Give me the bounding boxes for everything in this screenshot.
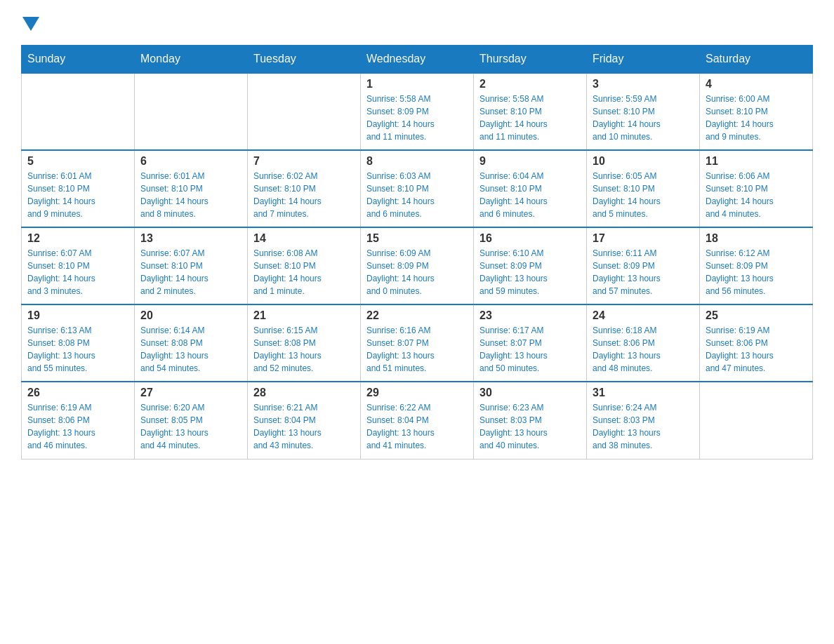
calendar-week-row: 19Sunrise: 6:13 AM Sunset: 8:08 PM Dayli… [22,304,813,382]
day-info: Sunrise: 6:02 AM Sunset: 8:10 PM Dayligh… [253,170,355,220]
day-number: 5 [27,155,128,168]
calendar-cell: 4Sunrise: 6:00 AM Sunset: 8:10 PM Daylig… [700,73,813,150]
day-number: 27 [140,387,241,399]
calendar-table: Sunday Monday Tuesday Wednesday Thursday… [21,45,813,459]
calendar-cell: 20Sunrise: 6:14 AM Sunset: 8:08 PM Dayli… [135,304,248,382]
day-number: 26 [27,387,128,399]
day-info: Sunrise: 5:58 AM Sunset: 8:10 PM Dayligh… [479,93,581,143]
page-header [21,14,813,31]
calendar-cell: 25Sunrise: 6:19 AM Sunset: 8:06 PM Dayli… [700,304,813,382]
day-info: Sunrise: 6:22 AM Sunset: 8:04 PM Dayligh… [366,401,468,452]
day-number: 8 [366,155,468,168]
calendar-cell: 30Sunrise: 6:23 AM Sunset: 8:03 PM Dayli… [474,382,587,459]
day-number: 21 [253,309,355,322]
calendar-cell: 1Sunrise: 5:58 AM Sunset: 8:09 PM Daylig… [361,73,474,150]
day-info: Sunrise: 6:05 AM Sunset: 8:10 PM Dayligh… [593,170,694,220]
day-number: 25 [706,309,807,322]
calendar-cell [248,73,361,150]
calendar-cell: 22Sunrise: 6:16 AM Sunset: 8:07 PM Dayli… [361,304,474,382]
calendar-cell: 16Sunrise: 6:10 AM Sunset: 8:09 PM Dayli… [474,227,587,304]
day-info: Sunrise: 6:01 AM Sunset: 8:10 PM Dayligh… [27,170,128,220]
calendar-cell: 12Sunrise: 6:07 AM Sunset: 8:10 PM Dayli… [22,227,135,304]
day-number: 20 [140,309,241,322]
day-number: 18 [706,232,807,245]
day-number: 1 [366,78,468,90]
calendar-cell: 24Sunrise: 6:18 AM Sunset: 8:06 PM Dayli… [587,304,700,382]
calendar-cell: 27Sunrise: 6:20 AM Sunset: 8:05 PM Dayli… [135,382,248,459]
calendar-cell: 29Sunrise: 6:22 AM Sunset: 8:04 PM Dayli… [361,382,474,459]
day-number: 14 [253,232,355,245]
day-number: 13 [140,232,241,245]
calendar-header-row: Sunday Monday Tuesday Wednesday Thursday… [22,46,813,74]
day-info: Sunrise: 6:18 AM Sunset: 8:06 PM Dayligh… [593,324,694,375]
day-info: Sunrise: 6:04 AM Sunset: 8:10 PM Dayligh… [479,170,581,220]
calendar-cell: 31Sunrise: 6:24 AM Sunset: 8:03 PM Dayli… [587,382,700,459]
calendar-cell: 17Sunrise: 6:11 AM Sunset: 8:09 PM Dayli… [587,227,700,304]
logo [21,14,39,31]
day-number: 22 [366,309,468,322]
day-info: Sunrise: 6:11 AM Sunset: 8:09 PM Dayligh… [593,247,694,297]
day-number: 12 [27,232,128,245]
col-saturday: Saturday [700,46,813,74]
calendar-week-row: 1Sunrise: 5:58 AM Sunset: 8:09 PM Daylig… [22,73,813,150]
calendar-cell: 10Sunrise: 6:05 AM Sunset: 8:10 PM Dayli… [587,150,700,227]
calendar-week-row: 12Sunrise: 6:07 AM Sunset: 8:10 PM Dayli… [22,227,813,304]
day-info: Sunrise: 6:24 AM Sunset: 8:03 PM Dayligh… [593,401,694,452]
day-number: 3 [593,78,694,90]
calendar-cell: 21Sunrise: 6:15 AM Sunset: 8:08 PM Dayli… [248,304,361,382]
calendar-cell: 13Sunrise: 6:07 AM Sunset: 8:10 PM Dayli… [135,227,248,304]
calendar-cell: 2Sunrise: 5:58 AM Sunset: 8:10 PM Daylig… [474,73,587,150]
calendar-cell: 7Sunrise: 6:02 AM Sunset: 8:10 PM Daylig… [248,150,361,227]
calendar-week-row: 5Sunrise: 6:01 AM Sunset: 8:10 PM Daylig… [22,150,813,227]
calendar-cell: 9Sunrise: 6:04 AM Sunset: 8:10 PM Daylig… [474,150,587,227]
calendar-cell [22,73,135,150]
day-number: 2 [479,78,581,90]
calendar-cell: 18Sunrise: 6:12 AM Sunset: 8:09 PM Dayli… [700,227,813,304]
day-info: Sunrise: 6:01 AM Sunset: 8:10 PM Dayligh… [140,170,241,220]
day-number: 31 [593,387,694,399]
day-info: Sunrise: 6:07 AM Sunset: 8:10 PM Dayligh… [27,247,128,297]
calendar-cell: 3Sunrise: 5:59 AM Sunset: 8:10 PM Daylig… [587,73,700,150]
day-info: Sunrise: 5:59 AM Sunset: 8:10 PM Dayligh… [593,93,694,143]
day-number: 15 [366,232,468,245]
day-number: 19 [27,309,128,322]
day-info: Sunrise: 6:19 AM Sunset: 8:06 PM Dayligh… [27,401,128,452]
calendar-cell [700,382,813,459]
day-number: 28 [253,387,355,399]
day-info: Sunrise: 6:23 AM Sunset: 8:03 PM Dayligh… [479,401,581,452]
day-info: Sunrise: 6:08 AM Sunset: 8:10 PM Dayligh… [253,247,355,297]
calendar-cell: 28Sunrise: 6:21 AM Sunset: 8:04 PM Dayli… [248,382,361,459]
calendar-cell: 15Sunrise: 6:09 AM Sunset: 8:09 PM Dayli… [361,227,474,304]
day-info: Sunrise: 6:14 AM Sunset: 8:08 PM Dayligh… [140,324,241,375]
day-number: 7 [253,155,355,168]
calendar-week-row: 26Sunrise: 6:19 AM Sunset: 8:06 PM Dayli… [22,382,813,459]
day-number: 23 [479,309,581,322]
day-info: Sunrise: 6:03 AM Sunset: 8:10 PM Dayligh… [366,170,468,220]
day-info: Sunrise: 5:58 AM Sunset: 8:09 PM Dayligh… [366,93,468,143]
calendar-cell [135,73,248,150]
day-number: 11 [706,155,807,168]
day-number: 24 [593,309,694,322]
calendar-cell: 26Sunrise: 6:19 AM Sunset: 8:06 PM Dayli… [22,382,135,459]
day-info: Sunrise: 6:21 AM Sunset: 8:04 PM Dayligh… [253,401,355,452]
calendar-cell: 19Sunrise: 6:13 AM Sunset: 8:08 PM Dayli… [22,304,135,382]
calendar-cell: 14Sunrise: 6:08 AM Sunset: 8:10 PM Dayli… [248,227,361,304]
col-monday: Monday [135,46,248,74]
day-info: Sunrise: 6:06 AM Sunset: 8:10 PM Dayligh… [706,170,807,220]
day-info: Sunrise: 6:17 AM Sunset: 8:07 PM Dayligh… [479,324,581,375]
col-sunday: Sunday [22,46,135,74]
day-number: 10 [593,155,694,168]
calendar-cell: 6Sunrise: 6:01 AM Sunset: 8:10 PM Daylig… [135,150,248,227]
col-thursday: Thursday [474,46,587,74]
calendar-cell: 23Sunrise: 6:17 AM Sunset: 8:07 PM Dayli… [474,304,587,382]
col-tuesday: Tuesday [248,46,361,74]
calendar-cell: 11Sunrise: 6:06 AM Sunset: 8:10 PM Dayli… [700,150,813,227]
calendar-cell: 8Sunrise: 6:03 AM Sunset: 8:10 PM Daylig… [361,150,474,227]
calendar-cell: 5Sunrise: 6:01 AM Sunset: 8:10 PM Daylig… [22,150,135,227]
day-number: 16 [479,232,581,245]
col-friday: Friday [587,46,700,74]
logo-triangle-icon [22,17,39,31]
day-info: Sunrise: 6:13 AM Sunset: 8:08 PM Dayligh… [27,324,128,375]
day-number: 17 [593,232,694,245]
col-wednesday: Wednesday [361,46,474,74]
